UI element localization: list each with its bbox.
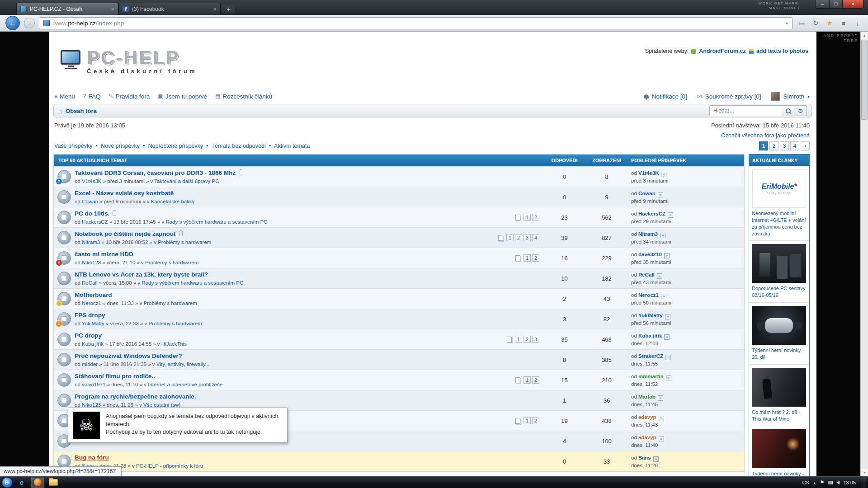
bookmarks-panel-icon[interactable] — [797, 19, 807, 27]
topic-title-link[interactable]: Program na rychle/bezpečne zalohovanie. — [75, 393, 196, 400]
pagination-next[interactable]: › — [801, 141, 810, 150]
topic-forum-link[interactable]: Problémy s hardwarem — [158, 239, 211, 245]
topic-forum-link[interactable]: Vše ostatní (sw) — [143, 402, 180, 408]
scroll-down-arrow[interactable] — [861, 469, 868, 476]
goto-page-button[interactable]: 2 — [532, 214, 539, 221]
topic-title-link[interactable]: často mi mizne HDD — [75, 251, 133, 258]
topic-author-link[interactable]: HackersCZ — [82, 219, 108, 225]
goto-last-post-icon[interactable] — [658, 395, 663, 401]
last-post-author-link[interactable]: Martab — [638, 394, 656, 399]
topic-title-link[interactable]: Stáhovaní filmu pro rodiče.. — [75, 373, 155, 380]
goto-last-post-icon[interactable] — [657, 273, 662, 279]
show-desktop-button[interactable] — [862, 477, 866, 488]
goto-last-post-icon[interactable] — [665, 355, 671, 360]
menu-item-rules[interactable]: ✎Pravidla fóra — [109, 93, 150, 100]
goto-page-button[interactable]: 2 — [515, 234, 522, 241]
goto-page-button[interactable]: 2 — [532, 376, 539, 384]
window-minimize-button[interactable] — [816, 0, 829, 9]
search-input[interactable] — [709, 105, 782, 116]
pagination-page-2[interactable]: 2 — [769, 141, 778, 150]
action-center-icon[interactable] — [820, 479, 825, 485]
goto-last-post-icon[interactable] — [664, 334, 670, 340]
tab-pchelp[interactable]: PC-HELP.CZ - Obsah — [16, 3, 118, 15]
site-logo[interactable]: PC-HELP České diskuzní fórum — [61, 49, 197, 75]
goto-page-button[interactable]: 2 — [532, 417, 539, 424]
goto-last-post-icon[interactable] — [664, 253, 670, 258]
goto-page-button[interactable]: 4 — [532, 234, 539, 241]
topic-forum-link[interactable]: Taktování a další úpravy PC — [154, 178, 219, 184]
window-close-button[interactable] — [843, 0, 863, 9]
tab-facebook[interactable]: f (3) Facebook — [118, 3, 221, 15]
topic-forum-link[interactable]: Internet a internetové prohlížeče — [148, 382, 222, 387]
page-scrollbar[interactable] — [860, 32, 868, 476]
goto-last-post-icon[interactable] — [653, 456, 659, 462]
start-button[interactable] — [2, 477, 13, 488]
reading-list-icon[interactable] — [839, 19, 849, 27]
menu-item-faq[interactable]: ?FAQ — [83, 93, 101, 100]
topic-title-link[interactable]: Proč nepoužívat Windows Defender? — [75, 352, 182, 359]
goto-last-post-icon[interactable] — [658, 192, 663, 197]
article-link[interactable]: Týdenní herní novinky - 20. díl — [752, 347, 807, 361]
topic-forum-link[interactable]: Problémy s hardwarem — [148, 321, 202, 326]
last-post-author-link[interactable]: ReCall — [638, 272, 655, 277]
language-indicator[interactable]: CS — [802, 480, 809, 485]
pagination-page-1[interactable]: 1 — [759, 141, 768, 150]
goto-last-post-icon[interactable] — [668, 212, 673, 218]
notifications-link[interactable]: Notifikace [0] — [652, 93, 687, 100]
article-image-erimobile[interactable]: EriMobile*český bezdrát — [752, 169, 806, 208]
quick-link-4[interactable]: Aktivní témata — [274, 143, 310, 149]
downloads-icon[interactable] — [853, 19, 863, 27]
clock[interactable]: 13:05 — [843, 480, 856, 485]
topic-forum-link[interactable]: Kancelářské balíky — [151, 199, 195, 204]
forward-button[interactable] — [24, 18, 35, 28]
topic-forum-link[interactable]: Problémy s hardwarem — [144, 300, 197, 306]
network-icon[interactable] — [828, 481, 833, 484]
goto-last-post-icon[interactable] — [665, 314, 670, 319]
taskbar-firefox-icon[interactable] — [31, 478, 44, 488]
article-link[interactable]: Co mám hrát ? 2. díl - This War of Mine — [752, 409, 807, 422]
topic-author-link[interactable]: Nitram3 — [82, 239, 100, 245]
taskbar-explorer-icon[interactable] — [47, 478, 60, 488]
last-post-author-link[interactable]: StrakerCZ — [638, 353, 663, 359]
goto-page-button[interactable]: 1 — [506, 234, 514, 241]
last-post-author-link[interactable]: dave3210 — [638, 252, 662, 257]
taskbar-ie-icon[interactable] — [15, 478, 28, 488]
topic-author-link[interactable]: Cowan — [82, 199, 98, 204]
search-options-button[interactable] — [794, 105, 807, 116]
menu-item-articles[interactable]: ▤Rozcestník článků — [215, 93, 272, 100]
goto-page-button[interactable]: 1 — [524, 214, 531, 221]
last-post-author-link[interactable]: adavyp — [638, 435, 656, 440]
goto-last-post-icon[interactable] — [660, 233, 665, 238]
last-post-author-link[interactable]: HackersCZ — [638, 211, 665, 216]
topic-forum-link[interactable]: HiJackThis — [161, 341, 187, 347]
last-post-author-link[interactable]: V1t4s3K — [638, 170, 659, 176]
topic-title-link[interactable]: NTB Lenovo vs Acer za 13k, ktery byste b… — [75, 271, 208, 278]
topic-forum-link[interactable]: Problémy s hardwarem — [145, 260, 198, 265]
androidforum-link[interactable]: AndroidForum.cz — [699, 48, 745, 54]
pagination-page-4[interactable]: 4 — [790, 141, 799, 150]
last-post-author-link[interactable]: mmmartin — [638, 374, 664, 379]
menu-item-first-visit[interactable]: ▣Jsem tu poprvé — [158, 93, 207, 100]
last-post-author-link[interactable]: Kuba jiřík — [638, 333, 662, 338]
article-link[interactable]: Týdenní herní novinky - 19. díl + oznáme… — [752, 470, 807, 476]
topic-forum-link[interactable]: Rady s výběrem hardwaru a sestavením PC — [142, 280, 243, 286]
breadcrumb-obsah-fora[interactable]: Obsah fóra — [66, 108, 97, 114]
goto-page-button[interactable]: 3 — [532, 336, 539, 343]
topic-title-link[interactable]: Notebook po čištění nejde zapnout — [75, 230, 176, 237]
topic-forum-link[interactable]: Viry, antiviry, firewally... — [156, 361, 209, 367]
topic-title-link[interactable]: PC do 10tis. — [75, 210, 109, 217]
article-image-war[interactable] — [752, 368, 806, 407]
goto-page-button[interactable]: 1 — [524, 376, 531, 384]
topic-title-link[interactable]: Excel - Název svislé osy kostrbatě — [75, 190, 174, 197]
article-image-vr[interactable] — [752, 306, 806, 345]
menu-item-menu[interactable]: ≡Menu — [54, 93, 75, 100]
quick-link-2[interactable]: Nepřečtené příspěvky — [148, 143, 203, 149]
last-post-author-link[interactable]: Nitram3 — [638, 231, 658, 237]
topic-author-link[interactable]: volvo1971 — [82, 382, 105, 387]
tab-close-icon[interactable] — [111, 6, 114, 12]
last-post-author-link[interactable]: Cowan — [638, 191, 656, 196]
scroll-up-arrow[interactable] — [861, 32, 868, 39]
topic-title-link[interactable]: Motherboard — [75, 291, 112, 298]
goto-last-post-icon[interactable] — [661, 294, 666, 299]
article-link[interactable]: Neomezený mobilní Internet 4G/LTE + volá… — [752, 210, 807, 237]
